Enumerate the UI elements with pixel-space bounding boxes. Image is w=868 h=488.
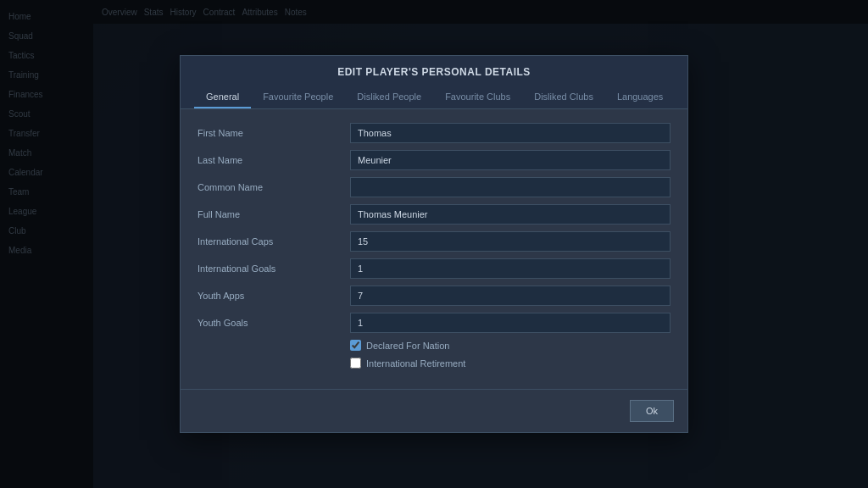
common-name-label: Common Name xyxy=(198,182,350,192)
intl-retirement-row: International Retirement xyxy=(350,358,670,369)
full-name-row: Full Name xyxy=(198,204,670,225)
tab-general[interactable]: General xyxy=(194,86,251,108)
intl-retirement-label: International Retirement xyxy=(366,358,465,369)
tab-disliked-clubs[interactable]: Disliked Clubs xyxy=(522,86,605,108)
intl-goals-label: International Goals xyxy=(198,263,350,274)
modal-body: First Name Last Name Common Name Full Na… xyxy=(181,109,687,389)
declared-for-nation-row: Declared For Nation xyxy=(350,340,670,351)
last-name-input[interactable] xyxy=(350,150,670,170)
modal-title: EDIT PLAYER'S PERSONAL DETAILS xyxy=(194,66,674,78)
intl-caps-input[interactable] xyxy=(350,231,670,252)
modal-overlay: EDIT PLAYER'S PERSONAL DETAILS General F… xyxy=(0,0,868,488)
full-name-label: Full Name xyxy=(198,209,350,219)
last-name-label: Last Name xyxy=(198,155,350,165)
tab-disliked-people[interactable]: Disliked People xyxy=(345,86,433,108)
youth-goals-input[interactable] xyxy=(350,313,670,333)
youth-goals-row: Youth Goals xyxy=(198,313,670,333)
intl-goals-row: International Goals xyxy=(198,258,670,279)
common-name-input[interactable] xyxy=(350,177,670,197)
edit-player-modal: EDIT PLAYER'S PERSONAL DETAILS General F… xyxy=(180,55,688,433)
intl-caps-row: International Caps xyxy=(198,231,670,252)
modal-footer: Ok xyxy=(181,389,687,432)
youth-apps-label: Youth Apps xyxy=(198,291,350,301)
first-name-label: First Name xyxy=(198,128,350,138)
tab-languages[interactable]: Languages xyxy=(605,86,675,108)
youth-goals-label: Youth Goals xyxy=(198,318,350,328)
youth-apps-input[interactable] xyxy=(350,286,670,306)
declared-for-nation-checkbox[interactable] xyxy=(350,340,361,351)
declared-for-nation-label: Declared For Nation xyxy=(366,341,449,351)
modal-tabs: General Favourite People Disliked People… xyxy=(194,86,674,108)
tab-favourite-people[interactable]: Favourite People xyxy=(251,86,345,108)
full-name-input[interactable] xyxy=(350,204,670,225)
intl-retirement-checkbox[interactable] xyxy=(350,358,361,369)
ok-button[interactable]: Ok xyxy=(630,400,674,422)
common-name-row: Common Name xyxy=(198,177,670,197)
youth-apps-row: Youth Apps xyxy=(198,286,670,306)
last-name-row: Last Name xyxy=(198,150,670,170)
intl-caps-label: International Caps xyxy=(198,236,350,247)
first-name-input[interactable] xyxy=(350,123,670,143)
intl-goals-input[interactable] xyxy=(350,258,670,279)
first-name-row: First Name xyxy=(198,123,670,143)
modal-header: EDIT PLAYER'S PERSONAL DETAILS General F… xyxy=(181,56,687,109)
tab-favourite-clubs[interactable]: Favourite Clubs xyxy=(433,86,522,108)
